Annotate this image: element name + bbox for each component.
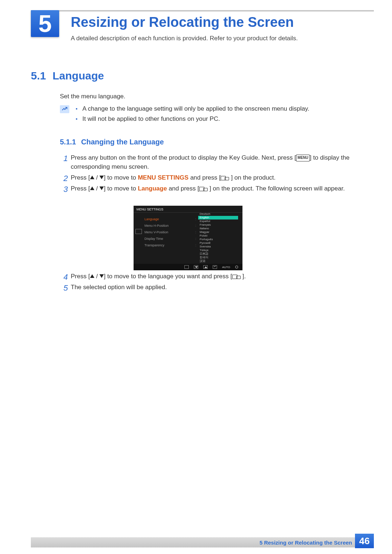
step-text: ] on the product. The following screen w… [209, 185, 345, 192]
step-text: and press [ [167, 185, 199, 192]
osd-lang-option: Polski [198, 234, 238, 238]
osd-auto-label: AUTO [222, 266, 230, 269]
step-text: ] to move to [104, 185, 138, 192]
section-intro: Set the menu language. [60, 93, 126, 100]
step-text: and press [ [188, 174, 221, 181]
up-arrow-icon [90, 186, 94, 190]
osd-lang-option: 한국어 [198, 256, 238, 259]
step-text: Press [ [71, 174, 90, 181]
osd-lang-option: Türkçe [198, 249, 238, 252]
step-text: ] to move to the language you want and p… [104, 273, 232, 280]
osd-lang-option: Português [198, 238, 238, 241]
osd-lang-option: Svenska [198, 245, 238, 249]
step-text: ] on the product. [231, 174, 275, 181]
osd-menu-item: Menu V-Position [144, 229, 169, 235]
osd-language-list: Deutsch English Español Français Italian… [198, 212, 238, 263]
osd-lang-option: 汉语 [198, 259, 238, 263]
osd-menu-item: Language [144, 216, 169, 222]
step-text: Press [ [71, 273, 90, 280]
step-1: 1 Press any button on the front of the p… [60, 153, 350, 171]
page-footer: 5 Resizing or Relocating the Screen 46 [31, 533, 374, 547]
chapter-number-tab: 5 [31, 10, 59, 37]
osd-lang-option: Deutsch [198, 212, 238, 216]
note-item: It will not be applied to other function… [82, 115, 358, 123]
step-number: 1 [60, 153, 68, 164]
osd-lang-option: Español [198, 219, 238, 223]
osd-lang-option: Magyar [198, 230, 238, 234]
menu-key-icon: MENU [296, 155, 310, 161]
down-arrow-icon [99, 186, 104, 190]
step-number: 2 [60, 173, 68, 184]
osd-down-icon [194, 265, 198, 269]
page-number: 46 [355, 534, 374, 548]
chapter-subtitle: A detailed description of each function … [71, 35, 298, 42]
osd-lang-option-selected: English [198, 216, 238, 219]
subsection-title: Changing the Language [81, 138, 164, 146]
note-icon [60, 105, 69, 113]
step-2: 2 Press [ / ] to move to MENU SETTINGS a… [60, 173, 350, 182]
step-5: 5 The selected option will be applied. [60, 283, 350, 292]
osd-screenshot: MENU SETTINGS Language Menu H-Position M… [134, 206, 242, 270]
accent-text: MENU SETTINGS [138, 174, 189, 181]
osd-menu-item: Display Time [144, 235, 169, 242]
subsection-heading: 5.1.1Changing the Language [60, 138, 164, 146]
osd-menu-item: Menu H-Position [144, 222, 169, 229]
step-text: Press any button on the front of the pro… [71, 154, 296, 161]
osd-lang-option: Italiano [198, 227, 238, 230]
accent-text: Language [138, 185, 167, 192]
section-heading: 5.1Language [31, 70, 104, 82]
down-arrow-icon [99, 274, 104, 278]
osd-title: MENU SETTINGS [134, 206, 242, 213]
up-arrow-icon [90, 176, 94, 179]
chapter-title: Resizing or Relocating the Screen [71, 15, 294, 30]
down-arrow-icon [99, 176, 104, 179]
osd-lang-option: 日本語 [198, 252, 238, 256]
step-number: 4 [60, 271, 68, 283]
step-number: 3 [60, 184, 68, 195]
osd-menu-item: Transparency [144, 242, 169, 249]
osd-enter-icon [213, 265, 217, 269]
header-rule [31, 10, 374, 12]
step-text: Press [ [71, 185, 90, 192]
osd-power-icon [235, 266, 238, 268]
osd-menu-items: Language Menu H-Position Menu V-Position… [144, 216, 169, 249]
step-3: 3 Press [ / ] to move to Language and pr… [60, 184, 350, 193]
step-text: ] to move to [104, 174, 138, 181]
section-title: Language [53, 70, 104, 82]
step-text: ]. [242, 273, 246, 280]
osd-lang-option: Русский [198, 241, 238, 245]
osd-nav-bar: AUTO [134, 264, 242, 270]
source-enter-icon [199, 187, 204, 191]
source-enter-icon [232, 275, 237, 279]
note-block: A change to the language setting will on… [60, 105, 358, 126]
osd-back-icon [184, 265, 189, 269]
up-arrow-icon [90, 274, 94, 278]
step-text: The selected option will be applied. [71, 283, 350, 292]
subsection-number: 5.1.1 [60, 138, 76, 146]
osd-category-icon [135, 229, 142, 234]
osd-up-icon [203, 265, 208, 269]
source-enter-icon [221, 176, 226, 180]
section-number: 5.1 [31, 70, 46, 82]
note-item: A change to the language setting will on… [82, 105, 358, 112]
step-number: 5 [60, 282, 68, 294]
footer-label: 5 Resizing or Relocating the Screen [260, 539, 352, 546]
osd-lang-option: Français [198, 223, 238, 227]
step-4: 4 Press [ / ] to move to the language yo… [60, 272, 350, 281]
